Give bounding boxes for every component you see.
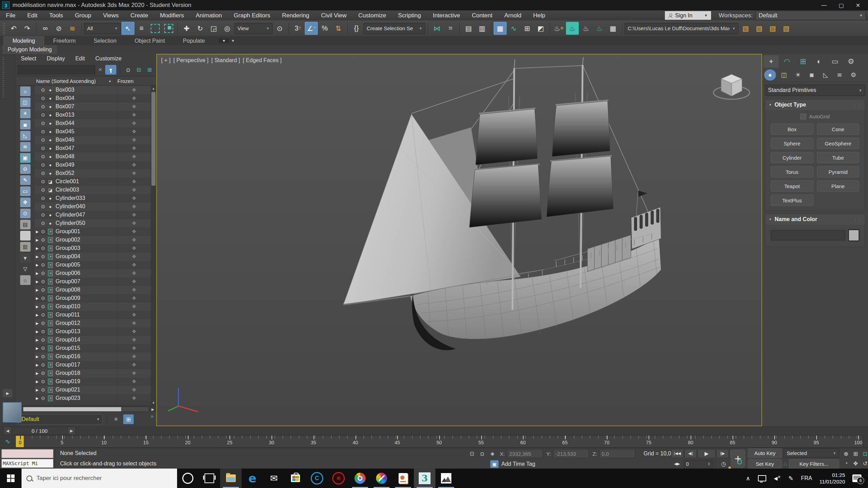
snap-toggle-icon[interactable]: 3? — [291, 22, 304, 35]
Group005[interactable]: ▶ ⊙ ●◪◔ Group005 ✥ — [35, 261, 151, 269]
auto-key-button[interactable]: Auto Key — [748, 448, 782, 458]
project-folder-icon[interactable]: ▧ — [753, 22, 766, 35]
Group001[interactable]: ▶ ⊙ ●◪◔ Group001 ✥ — [35, 227, 151, 236]
frozen-icon[interactable]: ✥ — [117, 152, 151, 161]
visibility-eye-icon[interactable]: ⊙ — [40, 337, 47, 343]
project-gear-icon[interactable]: ▧ — [739, 22, 752, 35]
Group023[interactable]: ▶ ⊙ ●◪◔ Group023 ✥ — [35, 394, 151, 402]
polygon-modeling-panel[interactable]: Polygon Modeling — [3, 45, 57, 54]
expand-arrow-icon[interactable]: ▶ — [35, 288, 40, 292]
explorer-filter-icon[interactable]: □ — [20, 231, 31, 241]
render-setup-icon[interactable]: ♨⚙ — [552, 22, 565, 35]
select-and-place-icon[interactable]: ◎ — [221, 22, 234, 35]
explorer-filter-icon[interactable]: ▣ — [20, 153, 31, 163]
percent-snap-icon[interactable]: % — [318, 22, 331, 35]
redo-icon[interactable]: ↷ — [21, 22, 34, 35]
select-and-rotate-icon[interactable]: ↻ — [194, 22, 207, 35]
menu-item[interactable]: Content — [466, 10, 499, 20]
go-to-start-button[interactable]: |◀◀ — [671, 449, 684, 458]
explorer-filter-icon[interactable]: ▥ — [20, 242, 31, 252]
expand-arrow-icon[interactable]: ▶ — [35, 355, 40, 359]
sign-in-button[interactable]: Sign In ▼ — [665, 11, 711, 20]
collapse-all-icon[interactable]: ⊟ — [134, 65, 143, 74]
Box048[interactable]: ▶ ⊙ ●◪◔ Box048 ✥ — [35, 152, 151, 161]
schematic-view-icon[interactable]: ⊞ — [521, 22, 534, 35]
3ds-max-button[interactable]: 3 — [414, 469, 435, 488]
ribbon-tab[interactable]: Selection — [85, 36, 126, 45]
spinner-snap-icon[interactable]: ⇅ — [332, 22, 345, 35]
display-tab-icon[interactable]: ▭ — [827, 55, 843, 68]
menu-item[interactable]: Create — [125, 10, 154, 20]
frozen-icon[interactable]: ✥ — [117, 269, 151, 277]
visibility-eye-icon[interactable]: ⊙ — [40, 295, 47, 301]
frozen-icon[interactable]: ✥ — [117, 144, 151, 152]
close-button[interactable]: ✕ — [856, 2, 860, 9]
frozen-icon[interactable]: ✥ — [117, 177, 151, 186]
object-name[interactable]: Group012 — [54, 320, 117, 326]
frozen-icon[interactable]: ✥ — [117, 119, 151, 127]
explorer-menu-item[interactable]: Select — [16, 56, 41, 62]
Group016[interactable]: ▶ ⊙ ●◪◔ Group016 ✥ — [35, 352, 151, 361]
c-app-button[interactable]: C — [306, 469, 328, 488]
frozen-icon[interactable]: ✥ — [117, 127, 151, 136]
frozen-icon[interactable]: ✥ — [117, 294, 151, 302]
z-coordinate-field[interactable]: 0,0 — [599, 449, 635, 458]
visibility-eye-icon[interactable]: ⊙ — [40, 104, 47, 109]
object-name[interactable]: Box048 — [54, 153, 117, 160]
expand-arrow-icon[interactable]: ▶ — [35, 255, 40, 259]
cortana-button[interactable] — [177, 469, 199, 488]
ribbon-tab[interactable]: Object Paint — [126, 36, 174, 45]
primitive-button[interactable]: GeoSphere — [817, 138, 860, 149]
explorer-filter-icon[interactable]: ≋ — [20, 142, 31, 152]
object-name[interactable]: Group010 — [54, 303, 117, 310]
select-and-move-icon[interactable]: ✚ — [180, 22, 193, 35]
object-name[interactable]: Cylinder040 — [54, 203, 117, 210]
object-name[interactable]: Box046 — [54, 137, 117, 143]
object-name[interactable]: Group023 — [54, 395, 117, 401]
search-clear-icon[interactable]: ✕ — [97, 67, 103, 73]
frozen-icon[interactable]: ✥ — [117, 111, 151, 119]
menu-item[interactable]: Customize — [352, 10, 392, 20]
visibility-eye-icon[interactable]: ⊙ — [40, 387, 47, 393]
frozen-icon[interactable]: ✥ — [117, 136, 151, 144]
frozen-icon[interactable]: ✥ — [117, 369, 151, 377]
helpers-category-icon[interactable]: ◺ — [820, 69, 832, 81]
undo-icon[interactable]: ↶ — [7, 22, 20, 35]
frozen-icon[interactable]: ✥ — [117, 219, 151, 227]
Group007[interactable]: ▶ ⊙ ●◪◔ Group007 ✥ — [35, 277, 151, 286]
menu-item[interactable]: Graph Editors — [228, 10, 276, 20]
frame-forward-button[interactable]: ▶ — [67, 427, 76, 435]
x-coordinate-field[interactable]: 2332,365 — [507, 449, 543, 458]
menu-item[interactable]: Views — [97, 10, 125, 20]
visibility-eye-icon[interactable]: ⊙ — [40, 362, 47, 368]
select-and-scale-icon[interactable]: ◲ — [207, 22, 220, 35]
object-name[interactable]: Group021 — [54, 387, 117, 393]
autogrid-checkbox[interactable] — [800, 113, 806, 119]
geometry-category-icon[interactable]: ● — [764, 69, 776, 81]
visibility-eye-icon[interactable]: ⊙ — [40, 329, 47, 334]
rendered-frame-window-icon[interactable]: ♨ — [566, 22, 579, 35]
explorer-filter-icon[interactable]: ⌂ — [20, 275, 31, 285]
lock-icon[interactable]: Ω — [124, 65, 133, 74]
use-pivot-center-icon[interactable]: ⊙ — [273, 22, 286, 35]
object-name[interactable]: Group018 — [54, 370, 117, 376]
object-name[interactable]: Circle001 — [54, 178, 117, 185]
Group014[interactable]: ▶ ⊙ ●◪◔ Group014 ✥ — [35, 336, 151, 344]
frozen-icon[interactable]: ✥ — [117, 327, 151, 336]
expand-arrow-icon[interactable]: ▶ — [35, 263, 40, 267]
menu-item[interactable]: Edit — [21, 10, 43, 20]
explorer-filter-icon[interactable]: ▭ — [20, 186, 31, 196]
Group006[interactable]: ▶ ⊙ ●◪◔ Group006 ✥ — [35, 269, 151, 277]
visibility-eye-icon[interactable]: ⊙ — [40, 279, 47, 284]
explorer-filter-icon[interactable]: ⊙ — [20, 209, 31, 218]
frozen-icon[interactable]: ✥ — [117, 286, 151, 294]
Group019[interactable]: ▶ ⊙ ●◪◔ Group019 ✥ — [35, 377, 151, 386]
object-name[interactable]: Group011 — [54, 312, 117, 318]
network-icon[interactable] — [754, 475, 770, 481]
pen-icon[interactable]: ✎ — [785, 475, 797, 482]
primitive-button[interactable]: Tube — [817, 152, 860, 163]
add-time-tag[interactable]: ▣ Add Time Tag — [490, 460, 535, 468]
Cylinder040[interactable]: ▶ ⊙ ●◪◔ Cylinder040 ✥ — [35, 202, 151, 211]
visibility-eye-icon[interactable]: ⊙ — [40, 187, 47, 193]
play-button[interactable]: ▶ — [698, 449, 716, 458]
